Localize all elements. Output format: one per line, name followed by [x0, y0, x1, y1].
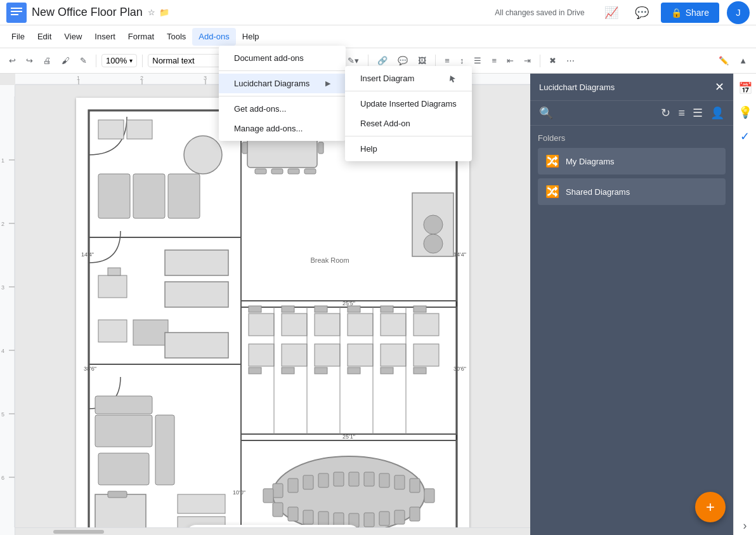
svg-rect-36 — [98, 120, 124, 139]
indent-right-button[interactable]: ⇥ — [520, 53, 535, 68]
svg-rect-60 — [133, 320, 168, 345]
menu-tools[interactable]: Tools — [160, 28, 192, 46]
svg-rect-105 — [334, 472, 344, 486]
svg-text:6: 6 — [1, 475, 4, 481]
svg-rect-68 — [249, 314, 274, 336]
svg-text:38'6": 38'6" — [84, 366, 96, 372]
toolbar-collapse[interactable]: ▲ — [735, 53, 751, 68]
trending-icon[interactable]: 📈 — [600, 1, 623, 24]
pencil-button[interactable]: ✏️ — [715, 53, 733, 68]
redo-button[interactable]: ↪ — [22, 53, 37, 68]
update-diagrams-item[interactable]: Update Inserted Diagrams — [345, 94, 472, 114]
svg-text:14'4": 14'4" — [453, 251, 466, 258]
text-style-selector[interactable]: Normal text ▾ — [148, 54, 230, 67]
folder-icon[interactable]: 📁 — [159, 8, 169, 17]
shared-diagrams-item[interactable]: 🔀 Shared Diagrams — [538, 178, 726, 205]
scroll-thumb[interactable] — [53, 530, 104, 534]
svg-rect-121 — [263, 489, 273, 503]
svg-text:3: 3 — [1, 284, 4, 291]
folders-label: Folders — [538, 133, 726, 143]
tasks-icon[interactable]: ✓ — [738, 127, 752, 146]
lucidchart-submenu: Insert Diagram Update Inserted Diagrams … — [345, 66, 472, 161]
paintformat-button[interactable]: 🖌 — [58, 53, 74, 68]
svg-rect-72 — [315, 314, 340, 336]
filter-button[interactable]: ≡ — [678, 106, 685, 120]
menu-format[interactable]: Format — [122, 28, 160, 46]
add-fab-button[interactable]: + — [695, 492, 726, 522]
lock-icon: 🔒 — [671, 8, 682, 18]
copy-format-button[interactable]: ✎ — [76, 53, 91, 68]
svg-rect-77 — [381, 306, 393, 312]
menu-edit[interactable]: Edit — [31, 28, 58, 46]
svg-rect-113 — [303, 510, 313, 524]
menu-file[interactable]: File — [5, 28, 31, 46]
svg-text:30'6": 30'6" — [453, 366, 466, 372]
lucidchart-panel: Lucidchart Diagrams ✕ 🔍 ↻ ≡ ☰ 👤 Folders … — [530, 74, 733, 535]
insert-diagram-item[interactable]: Insert Diagram — [345, 69, 472, 88]
manage-addons-item[interactable]: Manage add-ons... — [219, 119, 346, 138]
svg-rect-125 — [95, 396, 152, 414]
svg-rect-3 — [11, 14, 18, 15]
title-right: All changes saved in Drive 📈 💬 🔒 Share J — [495, 1, 750, 24]
svg-rect-89 — [381, 367, 393, 374]
indent-left-button[interactable]: ⇤ — [503, 53, 518, 68]
calendar-icon[interactable]: 📅 — [736, 79, 755, 98]
menu-help[interactable]: Help — [236, 28, 266, 46]
number-list-button[interactable]: ≡ — [488, 53, 500, 68]
share-button[interactable]: 🔒 Share — [661, 3, 719, 23]
svg-rect-37 — [127, 120, 152, 139]
collapse-sidebar-icon[interactable]: › — [741, 517, 750, 535]
account-button[interactable]: 👤 — [710, 106, 724, 120]
svg-rect-110 — [410, 479, 420, 492]
menu-addons[interactable]: Add-ons — [192, 28, 235, 46]
shared-diagrams-label: Shared Diagrams — [566, 187, 630, 197]
search-button[interactable]: 🔍 — [539, 106, 553, 120]
zoom-selector[interactable]: 100% ▾ — [101, 54, 137, 67]
refresh-button[interactable]: ↻ — [661, 106, 670, 120]
svg-rect-104 — [318, 473, 329, 487]
close-panel-button[interactable]: ✕ — [715, 80, 724, 94]
user-avatar[interactable]: J — [727, 1, 750, 24]
svg-rect-111 — [273, 503, 283, 517]
menu-view[interactable]: View — [58, 28, 88, 46]
lucidchart-diagrams-item[interactable]: Lucidchart Diagrams ▶ — [219, 74, 346, 93]
my-diagrams-label: My Diagrams — [566, 157, 615, 166]
svg-rect-59 — [98, 320, 127, 342]
svg-rect-106 — [349, 472, 359, 486]
my-diagrams-item[interactable]: 🔀 My Diagrams — [538, 148, 726, 175]
undo-button[interactable]: ↩ — [5, 53, 20, 68]
print-button[interactable]: 🖨 — [39, 53, 55, 68]
svg-rect-120 — [410, 507, 420, 521]
svg-rect-0 — [6, 3, 27, 23]
clear-format-button[interactable]: ✖ — [545, 53, 560, 68]
doc-title[interactable]: New Office Floor Plan — [32, 6, 143, 19]
svg-point-35 — [184, 136, 222, 174]
toolbar-divider-2 — [142, 55, 143, 67]
help-item[interactable]: Help — [345, 139, 472, 159]
more-tools-button[interactable]: ⋯ — [563, 53, 578, 68]
get-addons-item[interactable]: Get add-ons... — [219, 99, 346, 119]
svg-text:1: 1 — [77, 75, 80, 81]
svg-rect-86 — [348, 344, 373, 366]
svg-rect-1 — [11, 8, 22, 9]
svg-text:2: 2 — [140, 75, 143, 81]
svg-rect-70 — [282, 314, 307, 336]
svg-rect-131 — [178, 494, 225, 513]
document-addons-item[interactable]: Document add-ons — [219, 48, 346, 68]
toolbar-divider-6 — [435, 55, 436, 67]
submenu-arrow: ▶ — [325, 79, 330, 88]
comments-icon[interactable]: 💬 — [630, 1, 653, 24]
menu-insert[interactable]: Insert — [88, 28, 122, 46]
svg-rect-119 — [394, 510, 405, 524]
svg-rect-57 — [98, 275, 127, 298]
bottom-scrollbar[interactable] — [0, 527, 530, 535]
svg-rect-33 — [133, 174, 165, 218]
list-view-button[interactable]: ☰ — [693, 106, 703, 120]
lightbulb-icon[interactable]: 💡 — [736, 103, 755, 122]
right-side-panel: Lucidchart Diagrams ✕ 🔍 ↻ ≡ ☰ 👤 Folders … — [530, 74, 756, 535]
svg-rect-58 — [108, 268, 121, 275]
star-icon[interactable]: ☆ — [148, 8, 155, 17]
reset-addon-item[interactable]: Reset Add-on — [345, 114, 472, 133]
svg-rect-85 — [315, 367, 327, 374]
bullet-list-button[interactable]: ☰ — [470, 53, 485, 68]
